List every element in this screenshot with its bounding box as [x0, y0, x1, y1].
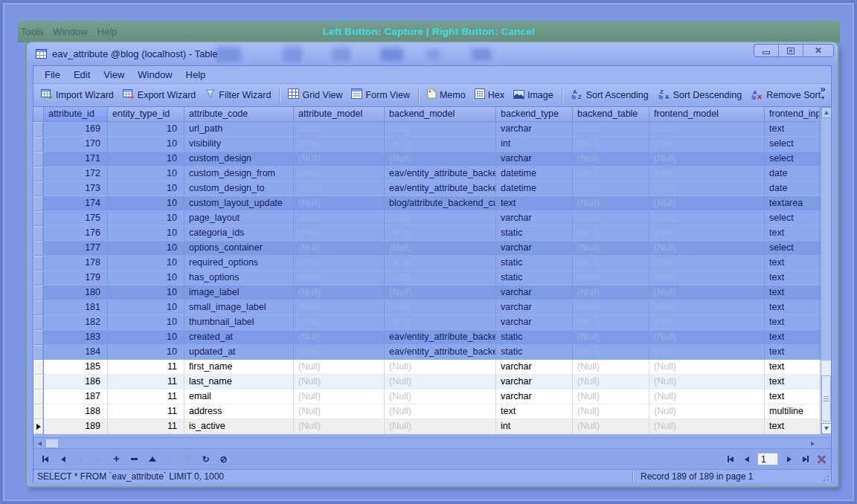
cell-backend_model[interactable]: eav/entity_attribute_backen [385, 345, 496, 360]
menu-window[interactable]: Window [131, 69, 179, 80]
cell-attribute_id[interactable]: 183 [44, 330, 108, 345]
cell-backend_model[interactable]: (Null) [385, 152, 496, 167]
cell-backend_table[interactable]: (Null) [573, 285, 649, 300]
cell-backend_type[interactable]: varchar [496, 211, 573, 226]
menu-file[interactable]: File [38, 69, 67, 80]
resize-grip[interactable] [821, 473, 829, 482]
row-selector[interactable] [33, 152, 44, 167]
cell-backend_table[interactable]: (Null) [573, 241, 649, 256]
cell-frontend_inp[interactable]: text [765, 360, 820, 375]
discard-changes-button[interactable]: ✕ [182, 453, 193, 465]
row-selector[interactable] [33, 167, 44, 181]
cell-backend_model[interactable]: (Null) [385, 137, 496, 152]
cell-attribute_code[interactable]: has_options [184, 271, 294, 285]
cell-backend_table[interactable]: (Null) [573, 315, 649, 330]
cell-attribute_id[interactable]: 180 [44, 285, 108, 300]
cell-backend_type[interactable]: static [496, 345, 573, 360]
cell-entity_type_id[interactable]: 10 [108, 345, 184, 360]
cell-attribute_model[interactable]: (Null) [294, 137, 385, 152]
cell-attribute_model[interactable]: (Null) [294, 375, 385, 390]
cell-frontend_inp[interactable]: text [765, 315, 820, 330]
cell-attribute_model[interactable]: (Null) [294, 419, 385, 434]
cell-backend_type[interactable]: text [496, 196, 573, 211]
cell-entity_type_id[interactable]: 10 [108, 226, 184, 241]
cell-backend_table[interactable]: (Null) [573, 330, 649, 345]
column-header-attribute_code[interactable]: attribute_code [184, 107, 294, 122]
previous-record-button[interactable] [57, 453, 68, 465]
cell-attribute_model[interactable]: (Null) [294, 181, 385, 196]
cell-attribute_model[interactable]: (Null) [294, 390, 385, 404]
cell-attribute_code[interactable]: email [184, 390, 294, 404]
column-header-attribute_id[interactable]: attribute_id [44, 107, 108, 122]
cell-backend_table[interactable]: (Null) [573, 167, 649, 181]
cell-attribute_code[interactable]: required_options [184, 256, 294, 271]
cell-entity_type_id[interactable]: 10 [108, 122, 184, 137]
table-row[interactable]: 18010image_label(Null)(Null)varchar(Null… [33, 285, 821, 300]
cell-frontend_inp[interactable]: text [765, 256, 820, 271]
row-selector[interactable] [33, 226, 44, 241]
memo-button[interactable]: Memo [423, 86, 470, 104]
cell-frontend_inp[interactable]: text [765, 122, 820, 137]
image-button[interactable]: Image [509, 86, 558, 104]
cell-attribute_code[interactable]: custom_design_from [184, 167, 294, 181]
cell-attribute_code[interactable]: is_active [184, 419, 294, 434]
cell-backend_type[interactable]: datetime [496, 167, 573, 181]
cell-frontend_inp[interactable]: select [765, 152, 820, 167]
column-header-frontend_inp[interactable]: frontend_inp [765, 107, 820, 122]
cell-backend_table[interactable]: (Null) [573, 196, 649, 211]
cell-entity_type_id[interactable]: 10 [108, 271, 184, 285]
cell-backend_model[interactable]: eav/entity_attribute_backen [385, 330, 496, 345]
cell-attribute_model[interactable]: (Null) [294, 330, 385, 345]
cell-entity_type_id[interactable]: 10 [108, 256, 184, 271]
cell-attribute_code[interactable]: address [184, 404, 294, 419]
cell-entity_type_id[interactable]: 10 [108, 330, 184, 345]
cell-backend_model[interactable]: (Null) [385, 256, 496, 271]
table-row[interactable]: 17010visibility(Null)(Null)int(Null)(Nul… [33, 137, 821, 152]
cell-attribute_code[interactable]: visibility [184, 137, 294, 152]
cell-frontend_model[interactable]: (Null) [649, 375, 765, 390]
cell-backend_type[interactable]: int [496, 419, 573, 434]
cell-entity_type_id[interactable]: 10 [108, 285, 184, 300]
cell-attribute_id[interactable]: 169 [44, 122, 108, 137]
table-row[interactable]: 17610categoria_ids(Null)(Null)static(Nul… [33, 226, 821, 241]
cell-frontend_inp[interactable]: text [765, 300, 820, 315]
cell-backend_table[interactable]: (Null) [573, 390, 649, 404]
column-header-attribute_model[interactable]: attribute_model [294, 107, 385, 122]
cell-attribute_model[interactable]: (Null) [294, 167, 385, 181]
cell-entity_type_id[interactable]: 11 [108, 404, 184, 419]
cell-backend_type[interactable]: varchar [496, 390, 573, 404]
table-row[interactable]: 18711email(Null)(Null)varchar(Null)(Null… [33, 390, 821, 404]
table-row[interactable]: 17410custom_layout_update(Null)blog/attr… [33, 196, 821, 211]
menu-view[interactable]: View [97, 69, 131, 80]
cell-entity_type_id[interactable]: 11 [108, 419, 184, 434]
cell-attribute_id[interactable]: 187 [44, 390, 108, 404]
cell-attribute_id[interactable]: 177 [44, 241, 108, 256]
cell-backend_type[interactable]: text [496, 404, 573, 419]
cell-frontend_model[interactable]: (Null) [649, 152, 765, 167]
column-header-backend_table[interactable]: backend_table [573, 107, 649, 122]
grid-settings-button[interactable] [816, 454, 826, 465]
cell-entity_type_id[interactable]: 10 [108, 181, 184, 196]
cell-backend_type[interactable]: varchar [496, 315, 573, 330]
cell-backend_model[interactable]: (Null) [385, 122, 496, 137]
table-row[interactable]: 18611last_name(Null)(Null)varchar(Null)(… [33, 375, 821, 390]
cell-backend_table[interactable]: (Null) [573, 256, 649, 271]
vertical-scroll-thumb[interactable] [821, 375, 831, 421]
cell-attribute_code[interactable]: options_container [184, 241, 294, 256]
cell-backend_type[interactable]: datetime [496, 181, 573, 196]
table-row[interactable]: 18911is_active(Null)(Null)int(Null)(Null… [33, 419, 821, 434]
cell-attribute_code[interactable]: created_at [184, 330, 294, 345]
cell-backend_table[interactable]: (Null) [573, 137, 649, 152]
row-selector[interactable] [33, 375, 44, 390]
cell-backend_type[interactable]: varchar [496, 122, 573, 137]
cell-attribute_model[interactable]: (Null) [294, 404, 385, 419]
cell-frontend_model[interactable]: (Null) [649, 256, 765, 271]
cell-frontend_inp[interactable]: select [765, 137, 820, 152]
cell-backend_model[interactable]: (Null) [385, 271, 496, 285]
cell-entity_type_id[interactable]: 10 [108, 152, 184, 167]
row-selector[interactable] [33, 271, 44, 285]
cell-attribute_model[interactable]: (Null) [294, 226, 385, 241]
next-record-button[interactable] [75, 453, 86, 465]
cell-frontend_model[interactable]: (Null) [649, 360, 765, 375]
refresh-button[interactable]: ↻ [200, 453, 211, 465]
